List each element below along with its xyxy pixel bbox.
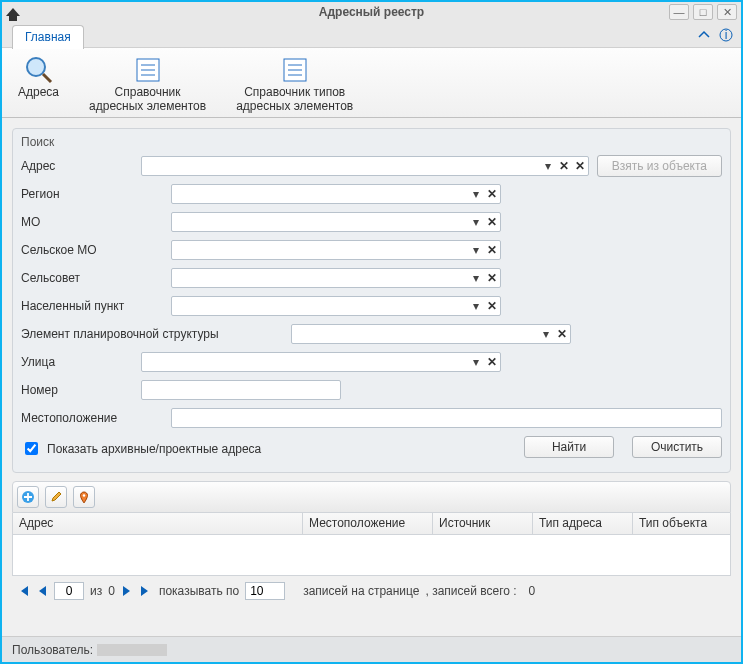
dropdown-icon[interactable]: ▾ xyxy=(468,297,484,315)
ribbon-addresses-button[interactable]: Адреса xyxy=(18,54,59,117)
selsovet-combo[interactable]: ▾✕ xyxy=(171,268,501,288)
svg-point-2 xyxy=(27,58,45,76)
clear-icon[interactable]: ✕ xyxy=(484,297,500,315)
label-street: Улица xyxy=(21,355,141,369)
total-records: 0 xyxy=(529,584,536,598)
clear-button[interactable]: Очистить xyxy=(632,436,722,458)
edit-button[interactable] xyxy=(45,486,67,508)
ribbon-panel: Адреса Справочник адресных элементов Спр… xyxy=(2,48,741,118)
clear-icon[interactable]: ✕ xyxy=(484,269,500,287)
svg-point-13 xyxy=(83,494,85,496)
col-address[interactable]: Адрес xyxy=(13,513,303,534)
ribbon-types-button[interactable]: Справочник типов адресных элементов xyxy=(236,54,353,117)
collapse-ribbon-icon[interactable] xyxy=(695,26,713,44)
archive-checkbox[interactable] xyxy=(25,442,38,455)
ribbon-elements-button[interactable]: Справочник адресных элементов xyxy=(89,54,206,117)
total-pages: 0 xyxy=(108,584,115,598)
label-number: Номер xyxy=(21,383,141,397)
location-input[interactable] xyxy=(172,409,721,427)
pager: из 0 показывать по записей на странице ,… xyxy=(12,576,731,606)
home-icon[interactable] xyxy=(4,3,22,21)
grid-header: Адрес Местоположение Источник Тип адреса… xyxy=(13,513,730,535)
clear-first-icon[interactable]: ✕ xyxy=(556,157,572,175)
ribbon-addresses-label: Адреса xyxy=(18,86,59,100)
first-page-button[interactable] xyxy=(16,584,30,598)
last-page-button[interactable] xyxy=(139,584,153,598)
maximize-button[interactable]: □ xyxy=(693,4,713,20)
search-panel-title: Поиск xyxy=(21,135,722,149)
next-page-button[interactable] xyxy=(121,585,133,597)
label-nas: Населенный пункт xyxy=(21,299,171,313)
address-input[interactable] xyxy=(142,157,540,175)
nas-combo[interactable]: ▾✕ xyxy=(171,296,501,316)
clear-icon[interactable]: ✕ xyxy=(484,213,500,231)
user-name-redacted xyxy=(97,644,167,656)
dropdown-icon[interactable]: ▾ xyxy=(468,241,484,259)
col-source[interactable]: Источник xyxy=(433,513,533,534)
clear-icon[interactable]: ✕ xyxy=(484,241,500,259)
dropdown-icon[interactable]: ▾ xyxy=(538,325,554,343)
page-size-input[interactable] xyxy=(245,582,285,600)
svg-text:i: i xyxy=(725,28,728,42)
number-input[interactable] xyxy=(142,381,340,399)
label-selsovet: Сельсовет xyxy=(21,271,171,285)
label-location: Местоположение xyxy=(21,411,171,425)
dropdown-icon[interactable]: ▾ xyxy=(468,269,484,287)
search-panel: Поиск Адрес ▾ ✕ ✕ Взять из объекта Регио… xyxy=(12,128,731,473)
label-address: Адрес xyxy=(21,159,141,173)
tab-main[interactable]: Главная xyxy=(12,25,84,49)
window-title: Адресный реестр xyxy=(319,5,424,19)
add-button[interactable] xyxy=(17,486,39,508)
label-selmo: Сельское МО xyxy=(21,243,171,257)
ribbon-tabs: Главная i xyxy=(2,22,741,48)
prev-page-button[interactable] xyxy=(36,585,48,597)
total-label: , записей всего : xyxy=(425,584,516,598)
dropdown-icon[interactable]: ▾ xyxy=(540,157,556,175)
grid-toolbar xyxy=(12,481,731,513)
clear-icon[interactable]: ✕ xyxy=(554,325,570,343)
take-from-object-button[interactable]: Взять из объекта xyxy=(597,155,722,177)
minimize-button[interactable]: — xyxy=(669,4,689,20)
grid-body xyxy=(13,535,730,575)
clear-icon[interactable]: ✕ xyxy=(484,353,500,371)
col-objtype[interactable]: Тип объекта xyxy=(633,513,730,534)
show-by-label: показывать по xyxy=(159,584,239,598)
clear-icon[interactable]: ✕ xyxy=(484,185,500,203)
dropdown-icon[interactable]: ▾ xyxy=(468,353,484,371)
street-combo[interactable]: ▾✕ xyxy=(141,352,501,372)
close-button[interactable]: ✕ xyxy=(717,4,737,20)
results-grid: Адрес Местоположение Источник Тип адреса… xyxy=(12,513,731,576)
eps-combo[interactable]: ▾✕ xyxy=(291,324,571,344)
magnifier-icon xyxy=(23,54,55,86)
dropdown-icon[interactable]: ▾ xyxy=(468,185,484,203)
title-bar: Адресный реестр — □ ✕ xyxy=(2,2,741,22)
label-mo: МО xyxy=(21,215,171,229)
region-combo[interactable]: ▾✕ xyxy=(171,184,501,204)
page-input[interactable] xyxy=(54,582,84,600)
map-pin-button[interactable] xyxy=(73,486,95,508)
label-eps: Элемент планировочной структуры xyxy=(21,327,291,341)
number-input-wrap xyxy=(141,380,341,400)
label-region: Регион xyxy=(21,187,171,201)
mo-combo[interactable]: ▾✕ xyxy=(171,212,501,232)
of-label: из xyxy=(90,584,102,598)
clear-second-icon[interactable]: ✕ xyxy=(572,157,588,175)
location-input-wrap xyxy=(171,408,722,428)
selmo-combo[interactable]: ▾✕ xyxy=(171,240,501,260)
list-icon xyxy=(132,54,164,86)
user-label: Пользователь: xyxy=(12,643,93,657)
help-icon[interactable]: i xyxy=(717,26,735,44)
dropdown-icon[interactable]: ▾ xyxy=(468,213,484,231)
per-page-label: записей на странице xyxy=(303,584,419,598)
col-type[interactable]: Тип адреса xyxy=(533,513,633,534)
address-combo[interactable]: ▾ ✕ ✕ xyxy=(141,156,589,176)
list-icon xyxy=(279,54,311,86)
archive-checkbox-label: Показать архивные/проектные адреса xyxy=(47,442,261,456)
status-bar: Пользователь: xyxy=(2,636,741,662)
find-button[interactable]: Найти xyxy=(524,436,614,458)
col-location[interactable]: Местоположение xyxy=(303,513,433,534)
svg-line-3 xyxy=(43,74,51,82)
